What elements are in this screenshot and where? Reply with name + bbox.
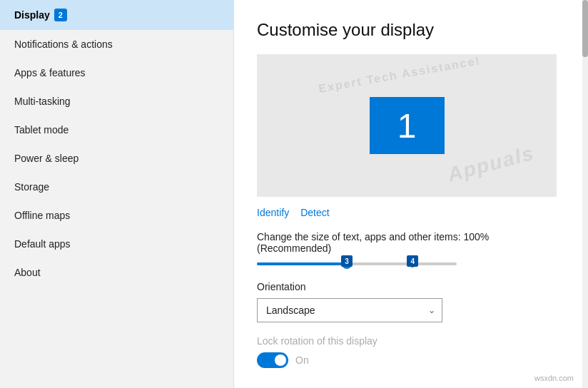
- sidebar-item-storage[interactable]: Storage: [0, 173, 233, 201]
- sidebar-item-label: Offline maps: [14, 210, 70, 221]
- slider-track: 3 4: [257, 262, 457, 265]
- scale-slider-container: 3 4: [257, 262, 457, 265]
- toggle-text: On: [295, 354, 309, 366]
- identify-link[interactable]: Identify: [257, 207, 289, 218]
- sidebar-item-label: About: [14, 267, 41, 278]
- display-links: Identify Detect: [257, 207, 565, 218]
- slider-badge-3: 3: [341, 255, 353, 267]
- page-title: Customise your display: [257, 20, 565, 40]
- sidebar-item-label: Tablet mode: [14, 124, 69, 136]
- slider-badge-4: 4: [407, 255, 418, 267]
- monitor-number: 1: [397, 106, 417, 146]
- lock-rotation-label: Lock rotation of this display: [257, 335, 565, 347]
- watermark-appuals: Appuals: [445, 141, 537, 186]
- slider-fill: [257, 262, 347, 265]
- sidebar-item-label: Notifications & actions: [14, 39, 113, 50]
- sidebar-item-label: Multi-tasking: [14, 96, 71, 107]
- sidebar-item-label: Power & sleep: [14, 153, 78, 164]
- sidebar-item-multitasking[interactable]: Multi-tasking: [0, 87, 233, 116]
- sidebar-item-label: Storage: [14, 181, 49, 193]
- sidebar-item-label: Default apps: [14, 238, 71, 250]
- toggle-thumb: [275, 354, 286, 366]
- main-content: Customise your display Expert Tech Assis…: [234, 0, 588, 388]
- sidebar-item-tablet[interactable]: Tablet mode: [0, 116, 233, 144]
- watermark-top: Expert Tech Assistance!: [272, 46, 527, 103]
- sidebar-item-offline[interactable]: Offline maps: [0, 201, 233, 230]
- sidebar-item-default-apps[interactable]: Default apps: [0, 230, 233, 258]
- display-preview: Expert Tech Assistance! 1 Appuals: [257, 54, 557, 197]
- orientation-select-wrapper: Landscape Portrait Landscape (flipped) P…: [257, 298, 442, 322]
- sidebar-item-label: Display: [14, 9, 50, 21]
- sidebar: Display 2 Notifications & actions Apps &…: [0, 0, 234, 388]
- scroll-thumb[interactable]: [582, 0, 588, 57]
- sidebar-item-label: Apps & features: [14, 67, 86, 78]
- sidebar-item-about[interactable]: About: [0, 258, 233, 287]
- wsxdn-watermark: wsxdn.com: [534, 374, 574, 382]
- scale-label: Change the size of text, apps and other …: [257, 231, 565, 254]
- scroll-track[interactable]: [582, 0, 588, 388]
- detect-link[interactable]: Detect: [300, 207, 329, 218]
- sidebar-item-notifications[interactable]: Notifications & actions: [0, 30, 233, 58]
- toggle-container: On: [257, 352, 565, 368]
- monitor-box: 1: [370, 97, 445, 154]
- sidebar-item-power[interactable]: Power & sleep: [0, 144, 233, 173]
- sidebar-item-display[interactable]: Display 2: [0, 0, 233, 30]
- lock-rotation-toggle[interactable]: [257, 352, 288, 368]
- display-badge: 2: [54, 9, 67, 21]
- orientation-label: Orientation: [257, 281, 565, 292]
- orientation-select[interactable]: Landscape Portrait Landscape (flipped) P…: [257, 298, 442, 322]
- sidebar-item-apps[interactable]: Apps & features: [0, 58, 233, 87]
